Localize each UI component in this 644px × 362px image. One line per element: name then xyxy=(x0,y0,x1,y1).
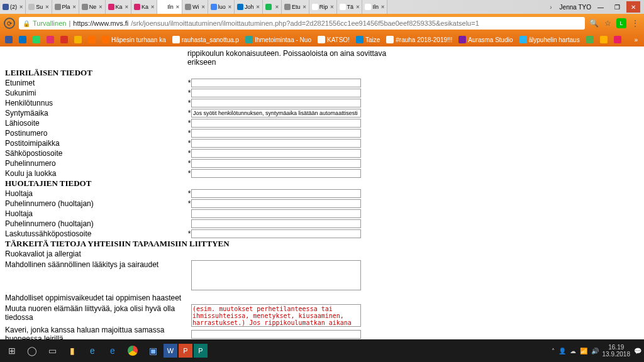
close-icon[interactable]: × xyxy=(228,4,231,10)
bookmark-item[interactable] xyxy=(3,36,15,43)
secure-label: Turvallinen xyxy=(33,19,66,27)
close-icon[interactable]: × xyxy=(99,4,102,10)
search-icon[interactable]: 🔍 xyxy=(589,18,599,28)
browser-tab[interactable]: Ne× xyxy=(79,0,106,14)
browser-tab[interactable]: × xyxy=(263,0,282,14)
tray-volume-icon[interactable]: 🔊 xyxy=(591,348,599,354)
bookmark-item[interactable] xyxy=(597,36,610,43)
close-icon[interactable]: × xyxy=(151,4,154,10)
browser-tab[interactable]: Iln× xyxy=(157,0,182,14)
input-syntymaaika[interactable] xyxy=(191,109,361,118)
tray-cloud-icon[interactable]: ☁ xyxy=(570,348,576,354)
label-email: Sähköpostiosoite xyxy=(5,149,187,158)
input-huoltaja1-puh[interactable] xyxy=(191,199,361,208)
close-icon[interactable]: × xyxy=(381,4,384,10)
app-icon-1[interactable]: ▣ xyxy=(143,341,162,360)
address-bar[interactable]: 🔒 Turvallinen | https://www.mvs.fi/srk/j… xyxy=(19,17,585,30)
input-huoltaja2-puh[interactable] xyxy=(191,219,361,228)
input-etunimet[interactable] xyxy=(191,79,361,87)
bookmark-item[interactable]: rauhasta_sanottua.p xyxy=(170,36,242,43)
browser-tab[interactable]: Rip× xyxy=(309,0,337,14)
word-icon[interactable]: W xyxy=(164,344,177,358)
textarea-muuta[interactable] xyxy=(191,304,361,327)
tabs-overflow[interactable]: › xyxy=(546,4,555,11)
bookmark-item[interactable]: #rauha 2018-2019!!! xyxy=(384,36,455,43)
reload-button[interactable]: ⟳ xyxy=(4,18,15,29)
label-puhelin: Puhelinnumero xyxy=(5,159,187,168)
taskbar-clock[interactable]: 16.19 13.9.2018 xyxy=(602,344,631,358)
tray-notifications-icon[interactable]: 💬 xyxy=(634,348,641,354)
browser-tab[interactable]: Ka× xyxy=(131,0,157,14)
browser-tab[interactable]: Etu× xyxy=(282,0,309,14)
close-icon[interactable]: × xyxy=(303,4,306,10)
close-icon[interactable]: × xyxy=(201,4,204,10)
bookmark-item[interactable]: Ihmetoimintaa - Nuo xyxy=(243,36,314,43)
file-explorer-icon[interactable]: ▮ xyxy=(63,341,82,360)
tray-network-icon[interactable]: 📶 xyxy=(580,348,587,354)
bookmark-item[interactable] xyxy=(30,36,43,43)
browser-tab[interactable]: luo× xyxy=(208,0,235,14)
bookmark-item[interactable]: Häpesin turhaan ka xyxy=(99,36,169,43)
input-lahiosoite[interactable] xyxy=(191,119,361,128)
input-laskutus-email[interactable] xyxy=(191,229,361,238)
chrome-icon[interactable] xyxy=(123,341,142,360)
star-icon[interactable]: ☆ xyxy=(602,18,613,28)
bookmark-item[interactable] xyxy=(86,36,98,43)
bookmark-item[interactable]: Taize xyxy=(353,36,382,43)
publisher-icon[interactable]: P xyxy=(194,344,208,358)
label-koulu: Koulu ja luokka xyxy=(5,169,187,178)
browser-tab[interactable]: Ka× xyxy=(106,0,131,14)
bookmark-item[interactable]: Aurasma Studio xyxy=(456,36,515,43)
close-icon[interactable]: × xyxy=(176,4,179,10)
browser-tab[interactable]: Pla× xyxy=(52,0,79,14)
menu-icon[interactable]: ⋮ xyxy=(630,18,640,28)
bookmark-item[interactable]: KATSO! xyxy=(315,36,352,43)
search-taskbar-icon[interactable]: ◯ xyxy=(23,341,42,360)
bookmark-item[interactable] xyxy=(72,36,84,43)
bookmark-item[interactable] xyxy=(58,36,70,43)
textarea-laakitys[interactable] xyxy=(191,260,361,290)
input-puhelin[interactable] xyxy=(191,159,361,168)
browser-tab[interactable]: Wi× xyxy=(182,0,208,14)
label-syntymaaika: Syntymäaika xyxy=(5,109,187,118)
bookmark-item[interactable] xyxy=(16,36,29,43)
browser-tab[interactable]: Iln× xyxy=(362,0,387,14)
start-button[interactable]: ⊞ xyxy=(3,341,21,360)
input-sukunimi[interactable] xyxy=(191,89,361,97)
window-close[interactable]: ✕ xyxy=(626,1,640,13)
taskview-icon[interactable]: ▭ xyxy=(43,341,62,360)
input-postinumero[interactable] xyxy=(191,129,361,138)
edge-icon[interactable]: e xyxy=(83,341,102,360)
close-icon[interactable]: × xyxy=(356,4,359,10)
bookmark-item[interactable] xyxy=(611,36,624,43)
window-maximize[interactable]: ❐ xyxy=(610,1,624,13)
tray-up-icon[interactable]: ˄ xyxy=(552,348,555,354)
bookmark-item[interactable] xyxy=(44,36,57,43)
close-icon[interactable]: × xyxy=(19,4,23,10)
close-icon[interactable]: × xyxy=(73,4,76,10)
close-icon[interactable]: × xyxy=(330,4,333,10)
browser-tab[interactable]: (2)× xyxy=(0,0,26,14)
close-icon[interactable]: × xyxy=(257,4,260,10)
input-postitoimipaikka[interactable] xyxy=(191,139,361,148)
input-kaveri[interactable] xyxy=(191,330,361,339)
input-huoltaja2[interactable] xyxy=(191,209,361,218)
close-icon[interactable]: × xyxy=(275,4,279,10)
tray-people-icon[interactable]: 👤 xyxy=(558,348,566,354)
browser-tab[interactable]: Tä× xyxy=(337,0,363,14)
ie-icon[interactable]: e xyxy=(103,341,122,360)
line-ext-icon[interactable]: L xyxy=(616,18,626,28)
input-koulu[interactable] xyxy=(191,169,361,178)
input-email[interactable] xyxy=(191,149,361,158)
input-hetu[interactable] xyxy=(191,99,361,107)
powerpoint-icon[interactable]: P xyxy=(179,344,192,358)
browser-tab[interactable]: Joh× xyxy=(235,0,263,14)
input-huoltaja1[interactable] xyxy=(191,189,361,198)
close-icon[interactable]: × xyxy=(45,4,48,10)
bookmarks-overflow[interactable]: » xyxy=(630,36,641,43)
window-minimize[interactable]: — xyxy=(594,1,608,13)
browser-tab[interactable]: Su× xyxy=(26,0,52,14)
bookmark-item[interactable]: älypuhelin hartaus xyxy=(517,36,582,43)
bookmark-item[interactable] xyxy=(584,36,596,43)
close-icon[interactable]: × xyxy=(125,4,128,10)
